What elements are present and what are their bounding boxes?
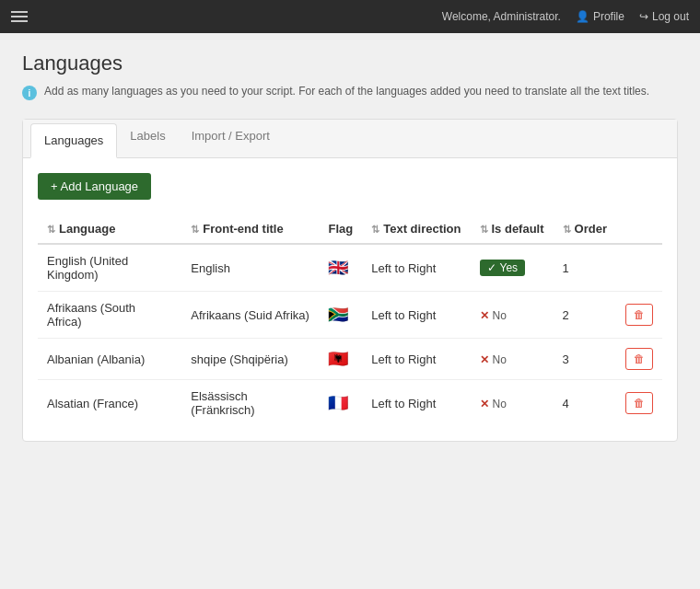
table-row: English (United Kingdom)English🇬🇧Left to… <box>38 244 662 292</box>
cell-is-default: ✕ No <box>471 292 554 339</box>
cell-action: 🗑 <box>616 292 662 339</box>
delete-button[interactable]: 🗑 <box>625 304 653 326</box>
table-row: Alsatian (France)Elsässisch (Fränkrisch)… <box>38 380 662 427</box>
default-badge-no: ✕ No <box>480 353 507 366</box>
cell-language: Afrikaans (South Africa) <box>38 292 181 339</box>
tab-languages[interactable]: Languages <box>30 123 117 158</box>
default-badge-no: ✕ No <box>480 398 507 410</box>
welcome-text: Welcome, Administrator. <box>442 10 561 23</box>
cell-language: Alsatian (France) <box>38 380 181 427</box>
cell-flag: 🇦🇱 <box>319 339 362 380</box>
cell-frontend-title: English <box>181 244 319 292</box>
cell-is-default: ✕ No <box>471 380 554 427</box>
cell-frontend-title: shqipe (Shqipëria) <box>181 339 319 380</box>
x-icon: ✕ <box>480 398 489 410</box>
col-is-default: ⇅Is default <box>471 214 554 244</box>
profile-label: Profile <box>593 10 624 23</box>
nav-left <box>11 11 28 22</box>
cell-order: 3 <box>554 339 616 380</box>
cell-order: 4 <box>554 380 616 427</box>
table-body: English (United Kingdom)English🇬🇧Left to… <box>38 244 662 426</box>
nav-right: Welcome, Administrator. 👤 Profile ↪ Log … <box>442 10 689 23</box>
check-icon: ✓ <box>487 261 496 274</box>
sort-icon-direction: ⇅ <box>371 224 379 235</box>
default-badge-yes: ✓ Yes <box>480 260 526 276</box>
x-icon: ✕ <box>480 309 489 322</box>
cell-is-default: ✓ Yes <box>471 244 554 292</box>
tab-labels[interactable]: Labels <box>117 120 178 158</box>
sort-icon-frontend: ⇅ <box>191 224 199 235</box>
cell-language: Albanian (Albania) <box>38 339 181 380</box>
top-navigation: Welcome, Administrator. 👤 Profile ↪ Log … <box>0 0 700 33</box>
sort-icon-default: ⇅ <box>480 224 488 235</box>
page-info: i Add as many languages as you need to y… <box>22 85 678 100</box>
cell-order: 2 <box>554 292 616 339</box>
cell-text-direction: Left to Right <box>362 292 470 339</box>
cell-action: 🗑 <box>616 380 662 427</box>
languages-table: ⇅Language ⇅Front-end title Flag ⇅Text di… <box>38 214 662 426</box>
delete-button[interactable]: 🗑 <box>625 392 653 414</box>
cell-text-direction: Left to Right <box>362 339 470 380</box>
page-content: Languages i Add as many languages as you… <box>0 33 700 460</box>
main-card: Languages Labels Import / Export + Add L… <box>22 119 678 442</box>
profile-link[interactable]: 👤 Profile <box>576 10 624 23</box>
table-row: Albanian (Albania)shqipe (Shqipëria)🇦🇱Le… <box>38 339 662 380</box>
table-header-row: ⇅Language ⇅Front-end title Flag ⇅Text di… <box>38 214 662 244</box>
cell-text-direction: Left to Right <box>362 380 470 427</box>
hamburger-menu[interactable] <box>11 11 28 22</box>
col-actions <box>616 214 662 244</box>
person-icon: 👤 <box>576 10 589 23</box>
cell-frontend-title: Afrikaans (Suid Afrika) <box>181 292 319 339</box>
logout-link[interactable]: ↪ Log out <box>639 10 689 23</box>
default-badge-no: ✕ No <box>480 309 507 322</box>
logout-label: Log out <box>652 10 689 23</box>
logout-icon: ↪ <box>639 10 648 23</box>
tab-import-export[interactable]: Import / Export <box>179 120 283 158</box>
table-row: Afrikaans (South Africa)Afrikaans (Suid … <box>38 292 662 339</box>
col-flag: Flag <box>319 214 362 244</box>
add-language-button[interactable]: + Add Language <box>38 173 151 200</box>
tab-bar: Languages Labels Import / Export <box>23 120 677 158</box>
cell-action: 🗑 <box>616 339 662 380</box>
col-text-direction: ⇅Text direction <box>362 214 470 244</box>
cell-is-default: ✕ No <box>471 339 554 380</box>
cell-action <box>616 244 662 292</box>
col-order: ⇅Order <box>554 214 616 244</box>
cell-frontend-title: Elsässisch (Fränkrisch) <box>181 380 319 427</box>
sort-icon-language: ⇅ <box>47 224 55 235</box>
col-language: ⇅Language <box>38 214 181 244</box>
col-frontend-title: ⇅Front-end title <box>181 214 319 244</box>
cell-language: English (United Kingdom) <box>38 244 181 292</box>
info-text: Add as many languages as you need to you… <box>44 85 649 98</box>
sort-icon-order: ⇅ <box>563 224 571 235</box>
info-icon: i <box>22 86 37 100</box>
cell-text-direction: Left to Right <box>362 244 470 292</box>
tab-content-languages: + Add Language ⇅Language ⇅Front-end titl… <box>23 158 677 441</box>
cell-flag: 🇫🇷 <box>319 380 362 427</box>
cell-flag: 🇬🇧 <box>319 244 362 292</box>
delete-button[interactable]: 🗑 <box>625 348 653 370</box>
x-icon: ✕ <box>480 353 489 366</box>
cell-order: 1 <box>554 244 616 292</box>
page-title: Languages <box>22 52 678 75</box>
cell-flag: 🇿🇦 <box>319 292 362 339</box>
